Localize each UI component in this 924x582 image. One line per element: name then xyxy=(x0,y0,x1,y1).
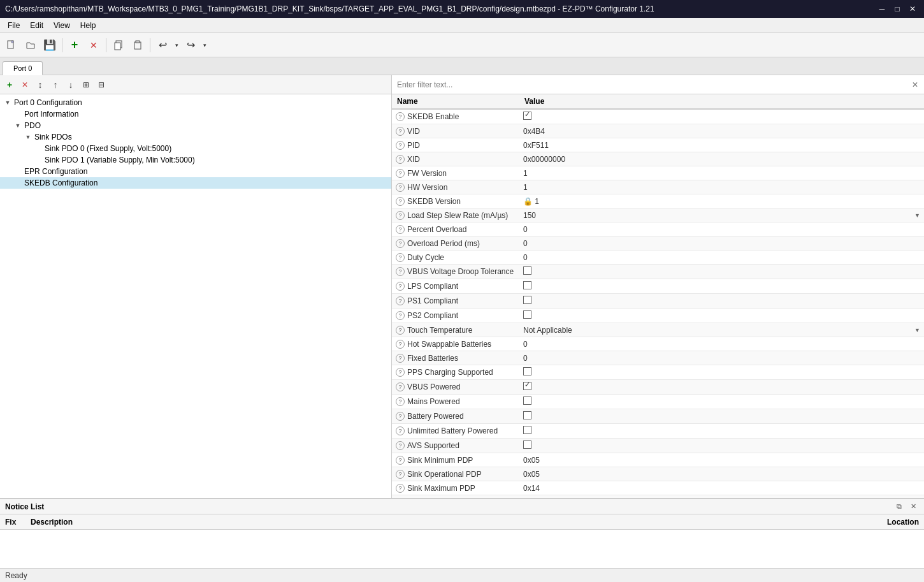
menu-view[interactable]: View xyxy=(48,18,75,33)
help-icon[interactable]: ? xyxy=(396,267,405,276)
prop-value-cell[interactable]: 0 xyxy=(519,337,924,351)
tab-port0[interactable]: Port 0 xyxy=(3,61,43,75)
help-icon[interactable]: ? xyxy=(396,282,405,291)
help-icon[interactable]: ? xyxy=(396,169,405,178)
help-icon[interactable]: ? xyxy=(396,211,405,220)
prop-value-cell[interactable]: 0 xyxy=(519,351,924,365)
help-icon[interactable]: ? xyxy=(396,397,405,406)
delete-button[interactable]: ✕ xyxy=(85,36,103,54)
menu-help[interactable]: Help xyxy=(75,18,101,33)
help-icon[interactable]: ? xyxy=(396,470,405,479)
notice-float-button[interactable]: ⧉ xyxy=(893,501,905,513)
prop-value-cell[interactable]: 🔒 1 xyxy=(519,194,924,208)
checkbox-value[interactable] xyxy=(523,440,531,449)
expand-icon[interactable]: ▼ xyxy=(13,122,23,129)
checkbox-value[interactable] xyxy=(523,296,531,304)
prop-value-cell[interactable]: 1 xyxy=(519,180,924,194)
tree-item-pdo[interactable]: ▼PDO xyxy=(0,120,391,131)
prop-value-cell[interactable]: 0 xyxy=(519,251,924,265)
help-icon[interactable]: ? xyxy=(396,340,405,349)
help-icon[interactable]: ? xyxy=(396,155,405,164)
prop-value-cell[interactable]: 0 xyxy=(519,236,924,251)
checkbox-value[interactable] xyxy=(523,310,531,319)
dropdown-value[interactable]: 150▼ xyxy=(523,211,920,220)
help-icon[interactable]: ? xyxy=(396,326,405,335)
help-icon[interactable]: ? xyxy=(396,426,405,435)
checkbox-value[interactable] xyxy=(523,396,531,405)
prop-value-cell[interactable] xyxy=(519,109,924,124)
open-button[interactable] xyxy=(22,36,40,54)
help-icon[interactable]: ? xyxy=(396,225,405,234)
expand-icon[interactable]: ▼ xyxy=(3,99,13,106)
copy-button[interactable] xyxy=(110,36,127,54)
tree-item-eprconfig[interactable]: EPR Configuration xyxy=(0,166,391,177)
prop-value-cell[interactable] xyxy=(519,439,924,453)
redo-dropdown[interactable]: ▾ xyxy=(201,36,208,54)
prop-value-cell[interactable]: 0x00000000 xyxy=(519,152,924,166)
expand-icon[interactable]: ▼ xyxy=(23,134,33,140)
notice-close-button[interactable]: ✕ xyxy=(907,501,919,513)
prop-value-cell[interactable] xyxy=(519,395,924,409)
tree-expand-button[interactable]: ⊞ xyxy=(79,78,93,92)
filter-input[interactable] xyxy=(392,78,906,92)
help-icon[interactable]: ? xyxy=(396,183,405,192)
checkbox-value[interactable] xyxy=(523,382,531,390)
prop-value-cell[interactable]: 0x05 xyxy=(519,467,924,481)
tree-item-port0config[interactable]: ▼Port 0 Configuration xyxy=(0,97,391,108)
help-icon[interactable]: ? xyxy=(396,368,405,377)
prop-value-cell[interactable] xyxy=(519,365,924,380)
prop-value-cell[interactable] xyxy=(519,279,924,294)
help-icon[interactable]: ? xyxy=(396,296,405,305)
menu-edit[interactable]: Edit xyxy=(25,18,48,33)
checkbox-value[interactable] xyxy=(523,281,531,289)
prop-value-cell[interactable]: 0x14 xyxy=(519,481,924,495)
prop-value-cell[interactable]: 0xF511 xyxy=(519,138,924,152)
tree-sort-button[interactable]: ↕ xyxy=(33,78,47,92)
save-button[interactable]: 💾 xyxy=(41,36,59,54)
minimize-button[interactable]: ─ xyxy=(876,3,888,15)
tree-item-portinfo[interactable]: Port Information xyxy=(0,108,391,120)
maximize-button[interactable]: □ xyxy=(891,3,904,15)
checkbox-value[interactable] xyxy=(523,112,531,120)
help-icon[interactable]: ? xyxy=(396,484,405,493)
help-icon[interactable]: ? xyxy=(396,127,405,136)
help-icon[interactable]: ? xyxy=(396,456,405,465)
filter-clear-button[interactable]: ✕ xyxy=(906,76,924,94)
help-icon[interactable]: ? xyxy=(396,441,405,450)
help-icon[interactable]: ? xyxy=(396,253,405,262)
prop-value-cell[interactable]: 0 xyxy=(519,222,924,236)
help-icon[interactable]: ? xyxy=(396,112,405,121)
checkbox-value[interactable] xyxy=(523,426,531,434)
checkbox-value[interactable] xyxy=(523,411,531,419)
prop-value-cell[interactable] xyxy=(519,380,924,395)
tree-item-sinkpdo0[interactable]: Sink PDO 0 (Fixed Supply, Volt:5000) xyxy=(0,143,391,154)
close-button[interactable]: ✕ xyxy=(906,3,919,15)
undo-button[interactable]: ↩ xyxy=(154,36,171,54)
tree-up-button[interactable]: ↑ xyxy=(48,78,62,92)
prop-value-cell[interactable]: 150▼ xyxy=(519,208,924,222)
help-icon[interactable]: ? xyxy=(396,141,405,150)
dropdown-value[interactable]: Not Applicable▼ xyxy=(523,326,920,335)
tree-down-button[interactable]: ↓ xyxy=(64,78,78,92)
paste-button[interactable] xyxy=(129,36,147,54)
prop-value-cell[interactable] xyxy=(519,265,924,279)
undo-dropdown[interactable]: ▾ xyxy=(173,36,180,54)
menu-file[interactable]: File xyxy=(3,18,25,33)
help-icon[interactable]: ? xyxy=(396,311,405,320)
help-icon[interactable]: ? xyxy=(396,382,405,391)
prop-value-cell[interactable]: Not Applicable▼ xyxy=(519,323,924,337)
help-icon[interactable]: ? xyxy=(396,354,405,363)
prop-value-cell[interactable]: 1 xyxy=(519,166,924,180)
prop-value-cell[interactable] xyxy=(519,424,924,439)
prop-value-cell[interactable] xyxy=(519,294,924,309)
new-button[interactable] xyxy=(3,36,20,54)
tree-item-sinkpdos[interactable]: ▼Sink PDOs xyxy=(0,131,391,143)
prop-value-cell[interactable]: 0x05 xyxy=(519,453,924,467)
help-icon[interactable]: ? xyxy=(396,239,405,248)
checkbox-value[interactable] xyxy=(523,266,531,275)
tree-collapse-button[interactable]: ⊟ xyxy=(94,78,108,92)
prop-value-cell[interactable] xyxy=(519,409,924,424)
tree-item-skedbconfig[interactable]: SKEDB Configuration xyxy=(0,177,391,189)
redo-button[interactable]: ↪ xyxy=(182,36,199,54)
checkbox-value[interactable] xyxy=(523,367,531,375)
